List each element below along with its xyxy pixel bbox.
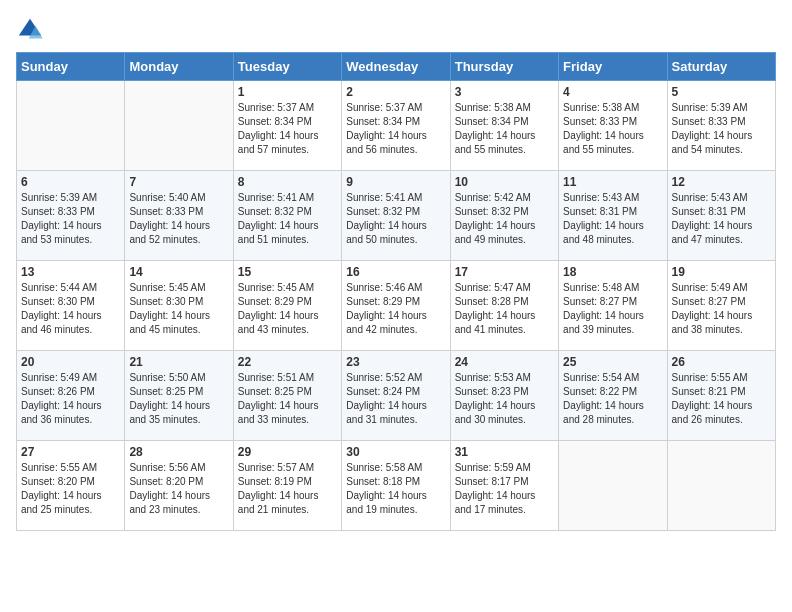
calendar-cell: 15 Sunrise: 5:45 AMSunset: 8:29 PMDaylig… — [233, 261, 341, 351]
day-number: 13 — [21, 265, 120, 279]
day-number: 23 — [346, 355, 445, 369]
day-info: Sunrise: 5:59 AMSunset: 8:17 PMDaylight:… — [455, 461, 554, 517]
logo-icon — [16, 16, 44, 44]
calendar-cell: 22 Sunrise: 5:51 AMSunset: 8:25 PMDaylig… — [233, 351, 341, 441]
calendar-cell: 25 Sunrise: 5:54 AMSunset: 8:22 PMDaylig… — [559, 351, 667, 441]
page-header — [16, 16, 776, 44]
calendar-week-row: 27 Sunrise: 5:55 AMSunset: 8:20 PMDaylig… — [17, 441, 776, 531]
calendar-cell: 24 Sunrise: 5:53 AMSunset: 8:23 PMDaylig… — [450, 351, 558, 441]
day-info: Sunrise: 5:58 AMSunset: 8:18 PMDaylight:… — [346, 461, 445, 517]
calendar-cell: 20 Sunrise: 5:49 AMSunset: 8:26 PMDaylig… — [17, 351, 125, 441]
calendar-cell — [667, 441, 775, 531]
day-number: 10 — [455, 175, 554, 189]
day-number: 29 — [238, 445, 337, 459]
day-number: 27 — [21, 445, 120, 459]
day-info: Sunrise: 5:37 AMSunset: 8:34 PMDaylight:… — [346, 101, 445, 157]
day-info: Sunrise: 5:38 AMSunset: 8:33 PMDaylight:… — [563, 101, 662, 157]
day-number: 28 — [129, 445, 228, 459]
day-info: Sunrise: 5:43 AMSunset: 8:31 PMDaylight:… — [672, 191, 771, 247]
day-info: Sunrise: 5:54 AMSunset: 8:22 PMDaylight:… — [563, 371, 662, 427]
day-number: 16 — [346, 265, 445, 279]
day-number: 9 — [346, 175, 445, 189]
day-number: 25 — [563, 355, 662, 369]
calendar-cell: 5 Sunrise: 5:39 AMSunset: 8:33 PMDayligh… — [667, 81, 775, 171]
weekday-header: Saturday — [667, 53, 775, 81]
calendar-cell: 14 Sunrise: 5:45 AMSunset: 8:30 PMDaylig… — [125, 261, 233, 351]
day-info: Sunrise: 5:47 AMSunset: 8:28 PMDaylight:… — [455, 281, 554, 337]
day-info: Sunrise: 5:45 AMSunset: 8:29 PMDaylight:… — [238, 281, 337, 337]
day-info: Sunrise: 5:55 AMSunset: 8:20 PMDaylight:… — [21, 461, 120, 517]
calendar-cell: 2 Sunrise: 5:37 AMSunset: 8:34 PMDayligh… — [342, 81, 450, 171]
calendar-cell: 4 Sunrise: 5:38 AMSunset: 8:33 PMDayligh… — [559, 81, 667, 171]
day-info: Sunrise: 5:52 AMSunset: 8:24 PMDaylight:… — [346, 371, 445, 427]
calendar-cell: 17 Sunrise: 5:47 AMSunset: 8:28 PMDaylig… — [450, 261, 558, 351]
day-info: Sunrise: 5:49 AMSunset: 8:27 PMDaylight:… — [672, 281, 771, 337]
day-number: 6 — [21, 175, 120, 189]
calendar-cell — [125, 81, 233, 171]
day-info: Sunrise: 5:45 AMSunset: 8:30 PMDaylight:… — [129, 281, 228, 337]
day-info: Sunrise: 5:50 AMSunset: 8:25 PMDaylight:… — [129, 371, 228, 427]
day-number: 19 — [672, 265, 771, 279]
day-info: Sunrise: 5:51 AMSunset: 8:25 PMDaylight:… — [238, 371, 337, 427]
day-info: Sunrise: 5:43 AMSunset: 8:31 PMDaylight:… — [563, 191, 662, 247]
day-number: 20 — [21, 355, 120, 369]
day-info: Sunrise: 5:41 AMSunset: 8:32 PMDaylight:… — [346, 191, 445, 247]
calendar-week-row: 13 Sunrise: 5:44 AMSunset: 8:30 PMDaylig… — [17, 261, 776, 351]
calendar-cell: 21 Sunrise: 5:50 AMSunset: 8:25 PMDaylig… — [125, 351, 233, 441]
calendar-cell: 13 Sunrise: 5:44 AMSunset: 8:30 PMDaylig… — [17, 261, 125, 351]
day-number: 12 — [672, 175, 771, 189]
weekday-header: Wednesday — [342, 53, 450, 81]
weekday-header: Thursday — [450, 53, 558, 81]
calendar-cell: 1 Sunrise: 5:37 AMSunset: 8:34 PMDayligh… — [233, 81, 341, 171]
day-number: 31 — [455, 445, 554, 459]
day-number: 17 — [455, 265, 554, 279]
day-number: 8 — [238, 175, 337, 189]
calendar-cell: 16 Sunrise: 5:46 AMSunset: 8:29 PMDaylig… — [342, 261, 450, 351]
day-info: Sunrise: 5:39 AMSunset: 8:33 PMDaylight:… — [672, 101, 771, 157]
day-number: 5 — [672, 85, 771, 99]
calendar-cell: 26 Sunrise: 5:55 AMSunset: 8:21 PMDaylig… — [667, 351, 775, 441]
day-number: 14 — [129, 265, 228, 279]
day-number: 22 — [238, 355, 337, 369]
day-info: Sunrise: 5:40 AMSunset: 8:33 PMDaylight:… — [129, 191, 228, 247]
day-number: 30 — [346, 445, 445, 459]
day-number: 3 — [455, 85, 554, 99]
calendar-cell: 19 Sunrise: 5:49 AMSunset: 8:27 PMDaylig… — [667, 261, 775, 351]
calendar-cell: 11 Sunrise: 5:43 AMSunset: 8:31 PMDaylig… — [559, 171, 667, 261]
calendar-table: SundayMondayTuesdayWednesdayThursdayFrid… — [16, 52, 776, 531]
day-info: Sunrise: 5:38 AMSunset: 8:34 PMDaylight:… — [455, 101, 554, 157]
calendar-cell — [17, 81, 125, 171]
day-info: Sunrise: 5:37 AMSunset: 8:34 PMDaylight:… — [238, 101, 337, 157]
calendar-cell: 30 Sunrise: 5:58 AMSunset: 8:18 PMDaylig… — [342, 441, 450, 531]
day-info: Sunrise: 5:55 AMSunset: 8:21 PMDaylight:… — [672, 371, 771, 427]
calendar-header-row: SundayMondayTuesdayWednesdayThursdayFrid… — [17, 53, 776, 81]
day-number: 26 — [672, 355, 771, 369]
calendar-cell: 23 Sunrise: 5:52 AMSunset: 8:24 PMDaylig… — [342, 351, 450, 441]
day-number: 1 — [238, 85, 337, 99]
day-number: 2 — [346, 85, 445, 99]
calendar-cell: 7 Sunrise: 5:40 AMSunset: 8:33 PMDayligh… — [125, 171, 233, 261]
calendar-cell: 31 Sunrise: 5:59 AMSunset: 8:17 PMDaylig… — [450, 441, 558, 531]
day-info: Sunrise: 5:57 AMSunset: 8:19 PMDaylight:… — [238, 461, 337, 517]
calendar-cell: 18 Sunrise: 5:48 AMSunset: 8:27 PMDaylig… — [559, 261, 667, 351]
calendar-cell: 8 Sunrise: 5:41 AMSunset: 8:32 PMDayligh… — [233, 171, 341, 261]
calendar-cell: 10 Sunrise: 5:42 AMSunset: 8:32 PMDaylig… — [450, 171, 558, 261]
day-info: Sunrise: 5:46 AMSunset: 8:29 PMDaylight:… — [346, 281, 445, 337]
calendar-week-row: 20 Sunrise: 5:49 AMSunset: 8:26 PMDaylig… — [17, 351, 776, 441]
day-number: 11 — [563, 175, 662, 189]
weekday-header: Monday — [125, 53, 233, 81]
weekday-header: Tuesday — [233, 53, 341, 81]
calendar-week-row: 1 Sunrise: 5:37 AMSunset: 8:34 PMDayligh… — [17, 81, 776, 171]
day-number: 18 — [563, 265, 662, 279]
day-number: 24 — [455, 355, 554, 369]
calendar-week-row: 6 Sunrise: 5:39 AMSunset: 8:33 PMDayligh… — [17, 171, 776, 261]
day-number: 4 — [563, 85, 662, 99]
logo — [16, 16, 48, 44]
weekday-header: Sunday — [17, 53, 125, 81]
day-number: 15 — [238, 265, 337, 279]
day-info: Sunrise: 5:44 AMSunset: 8:30 PMDaylight:… — [21, 281, 120, 337]
weekday-header: Friday — [559, 53, 667, 81]
calendar-cell: 27 Sunrise: 5:55 AMSunset: 8:20 PMDaylig… — [17, 441, 125, 531]
calendar-cell: 6 Sunrise: 5:39 AMSunset: 8:33 PMDayligh… — [17, 171, 125, 261]
calendar-cell: 3 Sunrise: 5:38 AMSunset: 8:34 PMDayligh… — [450, 81, 558, 171]
